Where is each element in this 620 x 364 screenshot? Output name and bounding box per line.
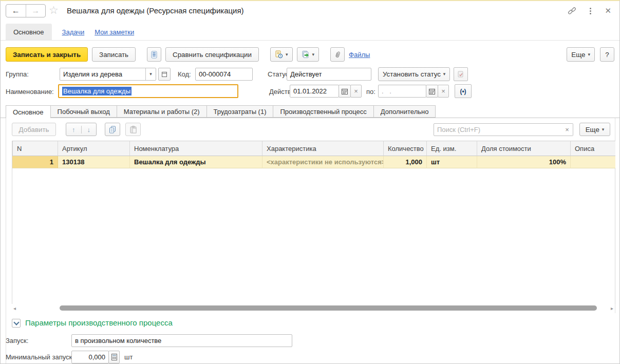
column-header-description[interactable]: Описа — [571, 141, 615, 156]
column-header-unit[interactable]: Ед. изм. — [427, 141, 477, 156]
cell-nomenclature[interactable]: Вешалка для одежды — [130, 156, 262, 168]
paperclip-icon — [334, 51, 342, 59]
list-icon — [151, 51, 157, 59]
name-input[interactable]: Вешалка для одежды — [58, 84, 238, 98]
launch-input[interactable] — [71, 334, 292, 347]
forward-button[interactable]: → — [26, 5, 46, 17]
table-header-row: N Артикул Номенклатура Характеристика Ко… — [12, 141, 615, 156]
back-button[interactable]: ← — [6, 5, 26, 17]
tab-main[interactable]: Основное — [6, 105, 51, 118]
open-form-icon — [162, 72, 167, 77]
command-bar-right: Еще ▾ ? — [567, 47, 614, 62]
compare-specs-button[interactable]: Сравнить спецификации — [165, 47, 259, 62]
attachment-button[interactable] — [330, 47, 345, 62]
search-clear-button[interactable]: × — [561, 123, 573, 136]
min-launch-input[interactable] — [71, 351, 109, 363]
table-row[interactable]: 1 130138 Вешалка для одежды <характерист… — [12, 156, 615, 168]
page-title: Вешалка для одежды (Ресурсная спецификац… — [67, 6, 244, 15]
chevron-down-icon: ▾ — [588, 52, 590, 57]
save-close-button[interactable]: Записать и закрыть — [6, 47, 88, 62]
scroll-right-icon[interactable]: ▸ — [611, 305, 613, 311]
cell-characteristic[interactable]: <характеристики не используются> — [262, 156, 384, 168]
column-header-characteristic[interactable]: Характеристика — [262, 141, 384, 156]
valid-to-calendar-button[interactable] — [426, 85, 438, 98]
copy-icon — [109, 126, 116, 133]
chevron-down-icon: ▾ — [602, 127, 605, 132]
min-launch-calculator-button[interactable] — [108, 351, 120, 363]
tab-labor[interactable]: Трудозатраты (1) — [206, 105, 274, 118]
save-button[interactable]: Записать — [92, 47, 136, 62]
tab-additional[interactable]: Дополнительно — [373, 105, 436, 118]
column-header-cost-share[interactable]: Доля стоимости — [477, 141, 571, 156]
status-history-button-disabled — [454, 67, 468, 81]
copy-row-button[interactable] — [105, 123, 120, 136]
grid-more-button[interactable]: Еще ▾ — [579, 123, 610, 136]
items-table: N Артикул Номенклатура Характеристика Ко… — [12, 141, 615, 304]
group-combo[interactable]: Изделия из дерева ▾ — [60, 68, 156, 81]
nav-link-tasks[interactable]: Задачи — [62, 24, 85, 40]
clipboard-icon — [130, 126, 137, 133]
search-input[interactable] — [434, 123, 562, 136]
column-header-quantity[interactable]: Количество — [384, 141, 427, 156]
valid-to-label: по: — [366, 88, 375, 95]
report-clock-icon — [275, 50, 283, 59]
status-value-field[interactable]: Действует — [287, 68, 371, 81]
column-header-nomenclature[interactable]: Номенклатура — [130, 141, 262, 156]
detail-tabs: Основное Побочный выход Материалы и рабо… — [6, 105, 436, 118]
tab-side-output[interactable]: Побочный выход — [50, 105, 117, 118]
move-up-icon[interactable]: ↑ — [66, 126, 81, 133]
launch-label: Запуск: — [6, 337, 28, 344]
set-status-button[interactable]: Установить статус ▾ — [378, 67, 450, 81]
nav-tabs: Основное Задачи Мои заметки — [1, 24, 619, 41]
min-launch-unit: шт — [124, 353, 133, 361]
nav-link-notes[interactable]: Мои заметки — [95, 24, 134, 40]
set-status-label: Установить статус — [383, 70, 441, 78]
reports-dropdown-button[interactable]: ▾ — [270, 47, 293, 62]
chevron-down-icon[interactable]: ▾ — [145, 68, 156, 80]
cell-unit[interactable]: шт — [427, 156, 477, 168]
scroll-left-icon[interactable]: ◂ — [13, 305, 16, 311]
column-header-article[interactable]: Артикул — [58, 141, 130, 156]
more-menu-icon[interactable] — [590, 8, 591, 14]
cell-description[interactable] — [571, 156, 615, 168]
doc-arrow-icon — [302, 50, 310, 59]
files-link[interactable]: Файлы — [349, 51, 370, 59]
add-row-button[interactable]: Добавить — [12, 123, 56, 136]
status-value: Действует — [290, 70, 322, 78]
calculator-icon — [111, 354, 117, 360]
valid-from-calendar-button[interactable] — [339, 85, 351, 98]
valid-to-input[interactable]: . . — [378, 85, 426, 98]
form-group-line — [6, 118, 6, 363]
cell-cost-share[interactable]: 100% — [477, 156, 571, 168]
nav-tab-main[interactable]: Основное — [6, 24, 52, 40]
column-header-n[interactable]: N — [12, 141, 58, 156]
section-title: Параметры производственного процесса — [25, 318, 173, 327]
cell-article[interactable]: 130138 — [58, 156, 130, 168]
favorite-star-icon[interactable]: ☆ — [49, 5, 59, 16]
history-nav-group: ← → — [6, 4, 46, 17]
structure-list-button[interactable] — [147, 47, 161, 62]
tab-materials[interactable]: Материалы и работы (2) — [117, 105, 207, 118]
calendar-icon — [342, 88, 348, 94]
create-based-on-dropdown-button[interactable]: ▾ — [297, 47, 320, 62]
tab-process[interactable]: Производственный процесс — [273, 105, 373, 118]
valid-to-clear-button[interactable]: × — [438, 85, 449, 98]
collapse-section-button[interactable] — [12, 319, 21, 328]
group-open-button[interactable] — [158, 68, 171, 81]
doc-check-icon — [457, 71, 464, 78]
cell-n[interactable]: 1 — [12, 156, 58, 168]
link-icon[interactable] — [568, 7, 576, 15]
cell-quantity[interactable]: 1,000 — [384, 156, 427, 168]
horizontal-scrollbar[interactable] — [60, 305, 597, 311]
group-label: Группа: — [6, 70, 29, 78]
code-input[interactable] — [195, 68, 253, 81]
more-button-label: Еще — [571, 51, 585, 59]
more-button[interactable]: Еще ▾ — [567, 47, 595, 62]
validity-history-button[interactable]: (•) — [455, 84, 472, 98]
chevron-down-icon: ▾ — [286, 52, 288, 57]
help-button[interactable]: ? — [600, 47, 614, 62]
move-down-icon[interactable]: ↓ — [81, 126, 97, 133]
close-icon[interactable]: ✕ — [605, 6, 611, 15]
valid-from-input[interactable] — [290, 85, 339, 98]
valid-from-clear-button[interactable]: × — [350, 85, 362, 98]
